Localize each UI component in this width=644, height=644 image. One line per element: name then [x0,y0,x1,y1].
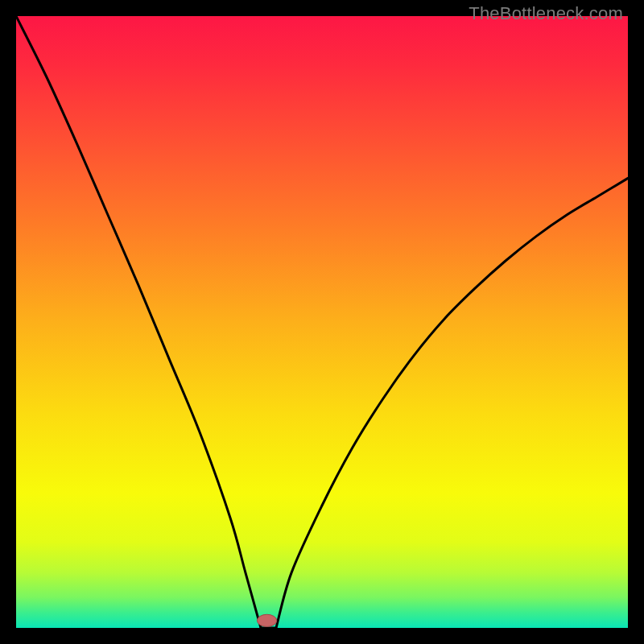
watermark-label: TheBottleneck.com [469,3,623,24]
chart-frame [16,16,628,628]
bottleneck-chart [16,16,628,628]
gradient-background [16,16,628,628]
bottleneck-marker [257,614,276,626]
